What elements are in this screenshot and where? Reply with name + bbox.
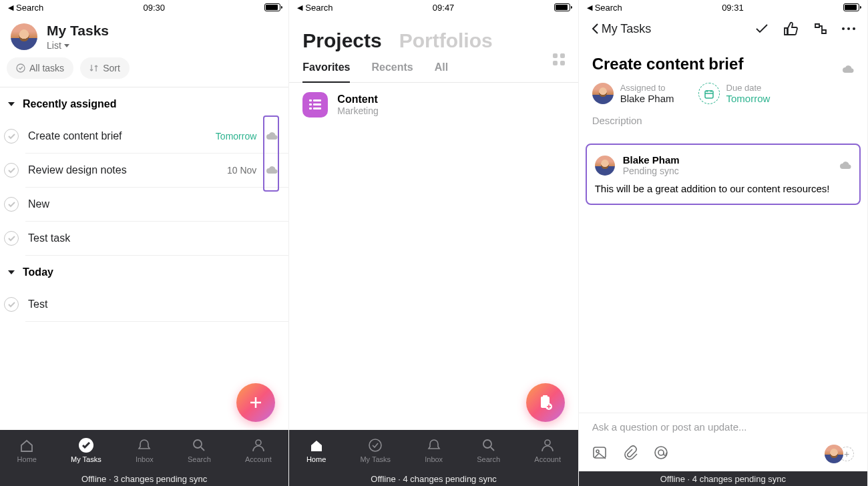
tab-inbox[interactable]: Inbox (425, 438, 443, 463)
tab-account[interactable]: Account (245, 438, 272, 463)
sort-button[interactable]: Sort (80, 57, 130, 79)
check-circle-icon (79, 438, 93, 453)
search-icon (192, 438, 206, 453)
back-button[interactable]: My Tasks (591, 22, 652, 36)
task-complete-toggle[interactable] (4, 297, 19, 312)
svg-point-13 (483, 440, 491, 448)
view-selector[interactable]: List (47, 40, 109, 51)
user-icon (251, 438, 266, 453)
task-complete-toggle[interactable] (4, 231, 19, 246)
tab-home[interactable]: Home (17, 438, 37, 463)
status-back[interactable]: Search (595, 3, 622, 13)
svg-point-18 (655, 447, 667, 459)
assignee-field[interactable]: Assigned to Blake Pham (592, 83, 674, 104)
attachment-icon[interactable] (623, 445, 638, 463)
task-row[interactable]: Test task (25, 222, 288, 256)
tab-home[interactable]: Home (306, 438, 326, 463)
project-list-icon (302, 92, 328, 117)
section-today[interactable]: Today (0, 256, 288, 288)
tab-inbox[interactable]: Inbox (136, 438, 154, 463)
svg-rect-7 (309, 107, 312, 109)
filter-all-tasks[interactable]: All tasks (7, 57, 73, 79)
task-row[interactable]: Create content brief Tomorrow (25, 119, 288, 154)
mark-complete-icon[interactable] (754, 21, 769, 36)
tab-search[interactable]: Search (477, 438, 500, 463)
tab-bar: Home My Tasks Inbox Search Account (289, 430, 578, 471)
svg-rect-5 (309, 103, 312, 105)
status-time: 09:47 (433, 3, 455, 13)
task-row[interactable]: New (25, 188, 288, 222)
avatar[interactable] (11, 23, 37, 50)
pending-sync-icon (842, 59, 854, 69)
pending-sync-icon (266, 166, 278, 175)
svg-rect-6 (313, 103, 321, 105)
calendar-icon (698, 83, 720, 104)
tab-projects[interactable]: Projects (302, 29, 381, 52)
subtab-favorites[interactable]: Favorites (302, 61, 350, 83)
more-icon[interactable] (842, 27, 855, 30)
description-label[interactable]: Description (579, 115, 867, 126)
bell-icon (427, 438, 441, 453)
tab-portfolios[interactable]: Portfolios (399, 29, 493, 52)
home-icon (19, 438, 34, 453)
image-icon[interactable] (592, 445, 607, 463)
offline-banner: Offline · 4 changes pending sync (579, 471, 867, 486)
check-circle-icon (16, 63, 25, 73)
task-complete-toggle[interactable] (4, 129, 19, 144)
tab-bar: Home My Tasks Inbox Search Account (0, 430, 288, 471)
plus-icon (248, 395, 264, 411)
due-date-field[interactable]: Due date Tomorrow (698, 83, 771, 104)
status-bar: ◀Search 09:47 (289, 0, 578, 15)
search-icon (481, 438, 496, 453)
offline-banner: Offline · 3 changes pending sync (0, 471, 288, 486)
tab-my-tasks[interactable]: My Tasks (360, 438, 391, 463)
status-bar: ◀Search 09:30 (0, 0, 288, 15)
tab-account[interactable]: Account (534, 438, 561, 463)
grid-view-icon[interactable] (553, 53, 565, 65)
task-row[interactable]: Test (25, 288, 288, 322)
section-recently-assigned[interactable]: Recently assigned (0, 87, 288, 119)
task-complete-toggle[interactable] (4, 163, 19, 178)
task-title: Create content brief (592, 55, 744, 73)
compose-area: Ask a question or post an update... + (579, 413, 867, 471)
status-back[interactable]: Search (305, 3, 333, 13)
subtab-recents[interactable]: Recents (371, 61, 413, 82)
task-complete-toggle[interactable] (4, 197, 19, 212)
due-date: 10 Nov (227, 165, 256, 176)
battery-icon (554, 3, 570, 11)
comment-status: Pending sync (623, 166, 680, 176)
add-project-fab[interactable] (526, 383, 565, 422)
status-back[interactable]: Search (16, 3, 43, 13)
svg-point-17 (596, 450, 599, 453)
mention-icon[interactable] (654, 445, 668, 463)
comment-author: Blake Pham (623, 154, 680, 166)
svg-point-14 (545, 440, 550, 445)
project-row[interactable]: Content Marketing (289, 83, 578, 127)
chevron-down-icon (64, 44, 69, 47)
follower-avatar[interactable] (825, 445, 843, 463)
tab-search[interactable]: Search (188, 438, 211, 463)
status-time: 09:31 (722, 3, 744, 13)
screen-projects: ◀Search 09:47 Projects Portfolios Favori… (289, 0, 578, 486)
add-task-fab[interactable] (236, 383, 275, 422)
subtask-icon[interactable] (813, 21, 827, 36)
project-team: Marketing (337, 105, 378, 116)
task-row[interactable]: Review design notes 10 Nov (25, 154, 288, 188)
sort-icon (89, 63, 99, 73)
svg-rect-15 (705, 91, 713, 98)
chevron-left-icon (591, 23, 600, 35)
tab-my-tasks[interactable]: My Tasks (71, 438, 101, 463)
home-icon (309, 438, 324, 453)
avatar (595, 156, 615, 176)
svg-point-12 (369, 439, 381, 451)
svg-point-19 (658, 450, 664, 455)
svg-rect-4 (313, 99, 321, 101)
compose-input[interactable]: Ask a question or post an update... (579, 413, 867, 441)
battery-icon (264, 3, 280, 11)
svg-point-2 (256, 440, 261, 445)
offline-banner: Offline · 4 changes pending sync (289, 471, 578, 486)
like-icon[interactable] (783, 21, 798, 36)
screen-my-tasks: ◀Search 09:30 My Tasks List All tasks So… (0, 0, 289, 486)
caret-down-icon (8, 270, 15, 274)
subtab-all[interactable]: All (435, 61, 448, 82)
